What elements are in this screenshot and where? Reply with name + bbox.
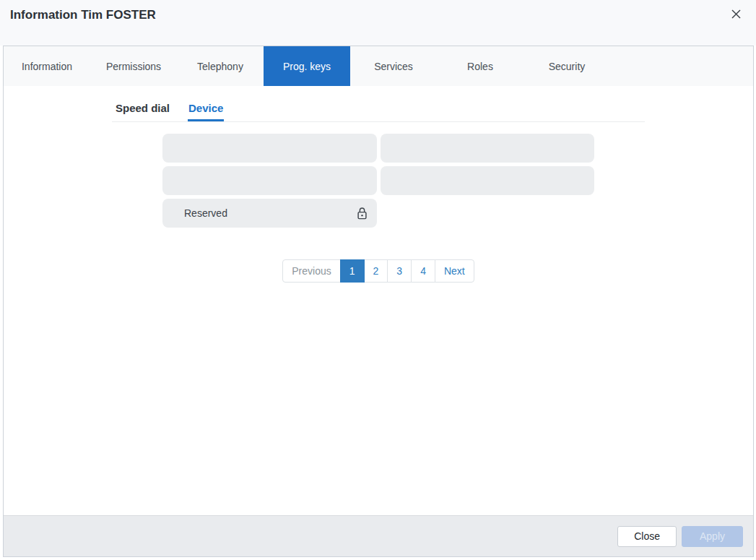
key-slot-4[interactable] xyxy=(381,166,595,195)
close-x-glyph xyxy=(731,9,742,20)
pagination-page-3[interactable]: 3 xyxy=(387,259,412,283)
dialog-title: Information Tim FOSTER xyxy=(10,7,156,22)
key-slot-reserved: Reserved xyxy=(162,199,377,228)
close-icon[interactable] xyxy=(729,7,744,22)
tab-permissions[interactable]: Permissions xyxy=(90,46,177,86)
tab-roles[interactable]: Roles xyxy=(437,46,523,86)
pagination-page-2[interactable]: 2 xyxy=(364,259,388,283)
dialog-panel: Information Permissions Telephony Prog. … xyxy=(3,46,754,557)
key-slot-1[interactable] xyxy=(162,134,377,163)
prog-keys-subtabs: Speed dial Device xyxy=(112,102,645,122)
tab-services[interactable]: Services xyxy=(350,46,437,86)
pagination: Previous 1 2 3 4 Next xyxy=(4,259,753,283)
pagination-page-1[interactable]: 1 xyxy=(340,259,365,283)
tab-security[interactable]: Security xyxy=(523,46,610,86)
apply-button[interactable]: Apply xyxy=(682,526,743,547)
close-button[interactable]: Close xyxy=(617,526,677,547)
tab-information[interactable]: Information xyxy=(4,46,90,86)
modal-header: Information Tim FOSTER xyxy=(0,0,756,46)
key-slot-2[interactable] xyxy=(381,134,595,163)
reserved-label: Reserved xyxy=(184,207,227,219)
subtab-speed-dial[interactable]: Speed dial xyxy=(115,102,170,121)
pagination-next[interactable]: Next xyxy=(435,259,474,283)
key-slot-3[interactable] xyxy=(162,166,377,195)
lock-icon xyxy=(357,207,368,220)
pagination-previous[interactable]: Previous xyxy=(282,259,340,283)
pagination-page-4[interactable]: 4 xyxy=(411,259,435,283)
tab-telephony[interactable]: Telephony xyxy=(177,46,264,86)
main-tabbar: Information Permissions Telephony Prog. … xyxy=(4,46,753,86)
tab-prog-keys[interactable]: Prog. keys xyxy=(264,46,350,86)
prog-key-grid: Reserved xyxy=(162,134,594,228)
dialog-footer: Close Apply xyxy=(4,515,753,556)
subtab-device[interactable]: Device xyxy=(188,102,224,121)
